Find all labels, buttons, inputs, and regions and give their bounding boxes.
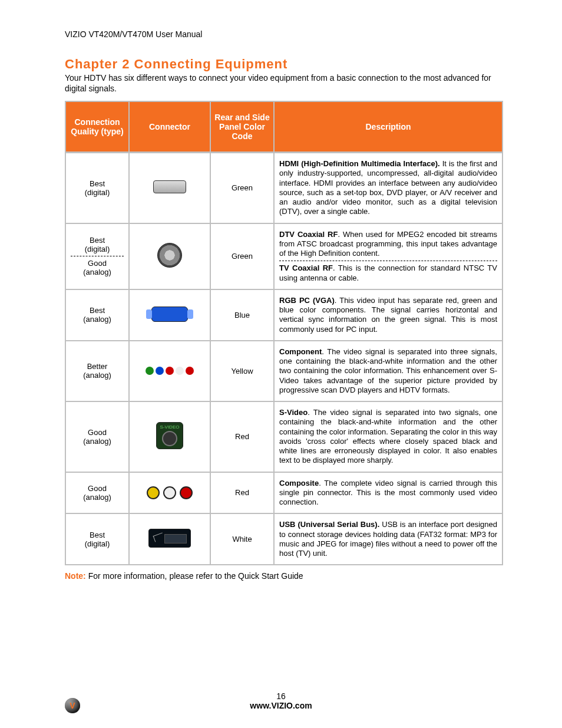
th-quality: Connection Quality (type) [65, 101, 129, 153]
cell-connector [129, 223, 210, 289]
cell-quality: Best(digital)Good(analog) [65, 223, 129, 289]
cell-color: White [210, 513, 274, 565]
cell-description: DTV Coaxial RF. When used for MPEG2 enco… [274, 223, 503, 289]
cell-color: Red [210, 472, 274, 514]
intro-paragraph: Your HDTV has six different ways to conn… [65, 73, 503, 94]
table-row: Best(digital)WhiteUSB (Universal Serial … [65, 513, 503, 565]
table-row: Good(analog)RedS-Video. The video signal… [65, 401, 503, 472]
cell-quality: Best(digital) [65, 513, 129, 565]
table-row: Best(analog)BlueRGB PC (VGA). This video… [65, 289, 503, 341]
page-footer: 16 www.VIZIO.com [0, 691, 562, 710]
note-line: Note: For more information, please refer… [65, 571, 503, 581]
cell-quality: Better(analog) [65, 341, 129, 401]
cell-description: RGB PC (VGA). This video input has separ… [274, 289, 503, 341]
th-description: Description [274, 101, 503, 153]
footer-site: www.VIZIO.com [250, 701, 312, 710]
table-row: Best(digital)GreenHDMI (High-Definition … [65, 153, 503, 223]
component-port-icon [134, 367, 205, 375]
table-row: Better(analog)YellowComponent. The video… [65, 341, 503, 401]
table-row: Good(analog)RedComposite. The complete v… [65, 472, 503, 514]
th-connector: Connector [129, 101, 210, 153]
cell-connector [129, 513, 210, 565]
cell-connector [129, 289, 210, 341]
cell-color: Green [210, 223, 274, 289]
composite-port-icon [134, 486, 205, 499]
page-number: 16 [0, 691, 562, 701]
cell-color: Green [210, 153, 274, 223]
table-row: Best(digital)Good(analog)GreenDTV Coaxia… [65, 223, 503, 289]
chapter-title: Chapter 2 Connecting Equipment [65, 57, 503, 72]
cell-description: S-Video. The video signal is separated i… [274, 401, 503, 472]
cell-connector [129, 401, 210, 472]
connection-table: Connection Quality (type) Connector Rear… [65, 101, 503, 565]
cell-color: Yellow [210, 341, 274, 401]
vga-port-icon [151, 307, 188, 322]
hdmi-port-icon [153, 180, 186, 193]
coaxial-port-icon [157, 243, 182, 268]
cell-description: Component. The video signal is separated… [274, 341, 503, 401]
cell-quality: Good(analog) [65, 401, 129, 472]
cell-quality: Good(analog) [65, 472, 129, 514]
cell-quality: Best(analog) [65, 289, 129, 341]
cell-description: HDMI (High-Definition Multimedia Interfa… [274, 153, 503, 223]
cell-connector [129, 341, 210, 401]
cell-color: Blue [210, 289, 274, 341]
th-color: Rear and Side Panel Color Code [210, 101, 274, 153]
cell-description: USB (Universal Serial Bus). USB is an in… [274, 513, 503, 565]
note-label: Note: [65, 571, 86, 581]
cell-connector [129, 472, 210, 514]
cell-description: Composite. The complete video signal is … [274, 472, 503, 514]
note-text: For more information, please refer to th… [86, 571, 303, 581]
cell-color: Red [210, 401, 274, 472]
cell-quality: Best(digital) [65, 153, 129, 223]
usb-port-icon [148, 529, 191, 548]
svideo-port-icon [156, 422, 183, 449]
doc-header: VIZIO VT420M/VT470M User Manual [65, 29, 503, 39]
cell-connector [129, 153, 210, 223]
